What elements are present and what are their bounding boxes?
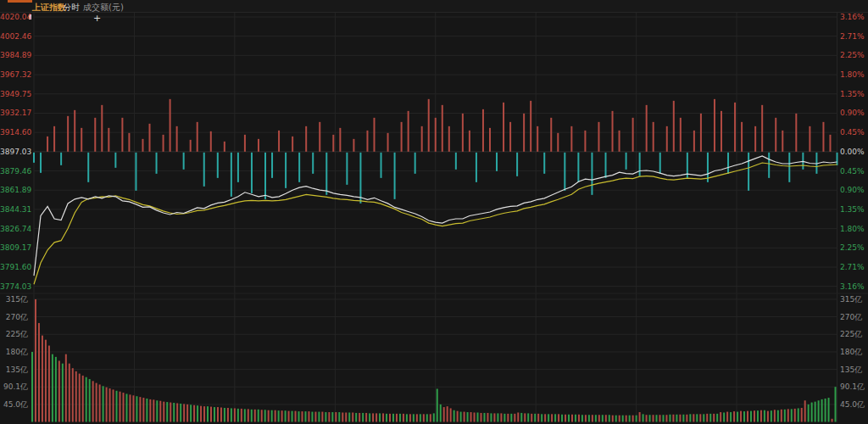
percent-axis-label: 2.25% (840, 243, 865, 252)
minute-up-bar (537, 126, 538, 152)
tab-timeshare[interactable]: 分时 (63, 3, 80, 12)
volume-bar (186, 404, 188, 422)
minute-down-bar (183, 153, 185, 170)
minute-up-bar (278, 131, 280, 152)
volume-bar (372, 413, 374, 421)
volume-bar (602, 415, 604, 421)
minute-down-bar (326, 153, 327, 195)
volume-bar (672, 415, 674, 422)
minute-up-bar (462, 114, 464, 152)
volume-bar (275, 410, 276, 422)
volume-bar (231, 408, 232, 421)
volume-bar (740, 411, 742, 422)
minute-up-bar (557, 133, 559, 152)
volume-bar (723, 412, 725, 421)
minute-down-bar (33, 153, 35, 163)
volume-bar (55, 357, 57, 422)
percent-axis-label: 1.35% (840, 205, 865, 214)
minute-down-bar (543, 153, 545, 174)
price-axis-label: 3791.60 (0, 263, 28, 271)
volume-bar (798, 408, 799, 421)
volume-bar (386, 414, 387, 422)
volume-bar (497, 413, 498, 421)
volume-bar (241, 409, 242, 422)
volume-bar (399, 414, 401, 422)
volume-bar (636, 416, 637, 422)
volume-bar (109, 388, 111, 421)
intraday-chart-canvas[interactable] (0, 0, 868, 424)
volume-bar (295, 411, 297, 422)
volume-axis-label-left: 45.0亿 (0, 400, 28, 409)
turnover-selector[interactable]: 成交额(元) (83, 3, 124, 12)
volume-bar (821, 399, 823, 422)
minute-up-bar (680, 118, 682, 152)
volume-bar (467, 412, 469, 421)
volume-bar (534, 414, 536, 422)
volume-bar (520, 413, 522, 422)
volume-bar (65, 354, 67, 422)
volume-bar (338, 412, 340, 421)
minute-up-bar (666, 126, 668, 152)
volume-bar (254, 410, 256, 422)
volume-axis-label-right: 270亿 (840, 313, 862, 321)
minute-up-bar (775, 118, 776, 152)
volume-bar (703, 414, 704, 421)
volume-axis-label-right: 90.1亿 (840, 382, 865, 391)
volume-bar (355, 413, 357, 422)
volume-bar (166, 402, 168, 421)
volume-bar (510, 414, 512, 422)
minute-down-bar (394, 153, 396, 199)
minute-up-bar (81, 128, 82, 152)
minute-up-bar (67, 116, 69, 152)
percent-axis-label: 3.16% (840, 13, 865, 21)
minute-up-bar (509, 122, 511, 152)
volume-bar (420, 414, 421, 421)
minute-up-bar (482, 109, 484, 152)
volume-bar (379, 413, 381, 421)
volume-bar (342, 412, 343, 421)
volume-bar (578, 415, 580, 422)
volume-bar (447, 406, 448, 421)
volume-axis-label-left: 315亿 (0, 295, 28, 304)
volume-bar (234, 408, 236, 421)
volume-bar (197, 405, 198, 421)
volume-bar (173, 403, 175, 421)
volume-bar (615, 416, 617, 422)
volume-bar (568, 415, 570, 422)
minute-up-bar (53, 126, 55, 152)
volume-bar (588, 415, 590, 421)
volume-bar (646, 415, 648, 421)
volume-bar (142, 398, 144, 421)
volume-bar (808, 404, 810, 422)
price-axis-label: 4020.04 (0, 13, 28, 21)
volume-bar (453, 410, 455, 422)
volume-bar (443, 407, 445, 421)
volume-bar (416, 414, 418, 421)
volume-bar (58, 360, 60, 421)
volume-bar (86, 377, 87, 422)
index-name-tab[interactable]: 上证指数 (32, 3, 66, 12)
minute-down-bar (837, 153, 838, 165)
volume-bar (288, 411, 290, 422)
minute-up-bar (339, 128, 341, 152)
volume-bar (348, 412, 350, 421)
minute-up-bar (584, 131, 586, 152)
volume-bar (750, 411, 752, 422)
volume-bar (561, 415, 563, 422)
price-axis-label: 3879.46 (0, 167, 28, 176)
volume-bar (392, 414, 394, 422)
volume-bar (743, 411, 745, 421)
minute-up-bar (101, 105, 103, 152)
minute-up-bar (809, 126, 810, 152)
volume-bar (271, 410, 273, 422)
volume-bar (541, 414, 542, 421)
volume-bar (433, 413, 435, 421)
volume-bar (828, 398, 830, 421)
volume-bar (116, 391, 118, 422)
volume-bar (757, 410, 759, 421)
volume-bar (31, 352, 33, 422)
volume-bar (544, 414, 546, 421)
volume-bar (251, 410, 253, 422)
minute-down-bar (60, 153, 62, 165)
price-axis-label: 3844.31 (0, 205, 28, 214)
